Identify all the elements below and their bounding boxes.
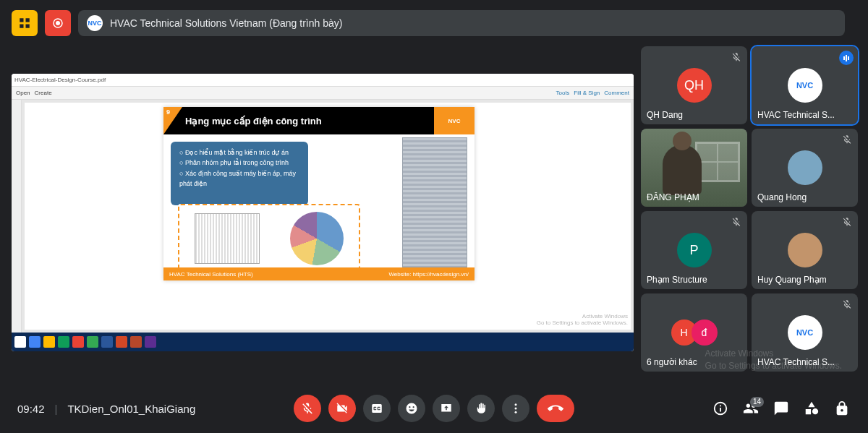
window-title: HVAC-Electrical-Design-Course.pdf — [14, 77, 106, 83]
participant-tile[interactable]: ĐĂNG PHẠM — [641, 129, 747, 207]
presenting-banner[interactable]: NVC HVAC Technical Solutions Vietnam (Đa… — [78, 10, 845, 36]
toolbar-comment: Comment — [604, 90, 629, 96]
participants-grid: QHQH DangNVCHVAC Technical S...ĐĂNG PHẠM… — [641, 46, 858, 379]
muted-icon — [841, 215, 854, 228]
clock: 09:42 — [17, 403, 45, 415]
avatar — [788, 233, 822, 267]
top-bar: NVC HVAC Technical Solutions Vietnam (Đa… — [0, 0, 868, 46]
separator: | — [55, 403, 58, 415]
raise-hand-button[interactable] — [467, 395, 495, 422]
pie-chart-graphic — [290, 212, 344, 265]
participant-tile[interactable]: NVCHVAC Technical S... — [752, 46, 858, 124]
camera-off-icon — [336, 402, 349, 415]
participant-tile[interactable]: Quang Hong — [752, 129, 858, 207]
slide-title: Hạng mục cấp điện công trình — [185, 116, 322, 127]
record-button[interactable] — [45, 10, 71, 36]
people-count-badge: 14 — [750, 397, 764, 407]
muted-icon — [730, 51, 743, 64]
participant-name: 6 người khác — [647, 357, 697, 367]
meeting-code: TKDien_Onl01_KhaiGiang — [67, 403, 195, 415]
shapes-icon — [804, 400, 820, 416]
people-button[interactable]: 14 — [742, 400, 760, 417]
avatar: NVC — [788, 315, 822, 350]
participant-tile[interactable]: PPhạm Structure — [641, 211, 747, 289]
participant-name: Quang Hong — [757, 192, 807, 202]
reactions-button[interactable] — [398, 395, 425, 422]
pdf-sidebar — [12, 100, 22, 333]
mic-off-icon — [301, 402, 314, 415]
chat-icon — [773, 400, 789, 416]
muted-icon — [841, 298, 854, 311]
record-icon — [51, 17, 64, 30]
slide-footer-right: Website: https://hvacdesign.vn/ — [388, 271, 469, 278]
cc-icon — [370, 402, 383, 415]
more-options-button[interactable] — [502, 395, 529, 422]
svg-point-7 — [515, 408, 517, 410]
participant-tile[interactable]: Hđ6 người khác — [641, 293, 747, 372]
leave-call-button[interactable] — [537, 395, 574, 422]
pin-button[interactable] — [12, 10, 38, 36]
participant-name: HVAC Technical S... — [757, 357, 835, 367]
participant-name: QH Dang — [647, 110, 683, 120]
presenter-label: HVAC Technical Solutions Vietnam (Đang t… — [110, 17, 342, 29]
call-end-icon — [548, 400, 563, 416]
participant-tile[interactable]: QHQH Dang — [641, 46, 747, 124]
participant-tile[interactable]: NVCHVAC Technical S... — [752, 293, 858, 372]
avatar — [788, 150, 822, 185]
participant-name: ĐĂNG PHẠM — [647, 192, 699, 202]
toolbar-tools: Tools — [556, 90, 570, 96]
present-icon — [440, 402, 453, 415]
svg-rect-3 — [26, 25, 30, 28]
svg-point-8 — [515, 411, 517, 413]
slide-logo: NVC — [434, 107, 475, 134]
captions-button[interactable] — [363, 395, 391, 422]
slide-diagram — [178, 204, 360, 273]
slide-bullets: Đọc hiểu mặt bằng kiến trúc dự án Phân n… — [171, 142, 308, 205]
participant-name: Huy Quang Phạm — [757, 275, 827, 285]
lock-icon — [834, 400, 850, 416]
slide-footer-left: HVAC Technical Solutions (HTS) — [169, 271, 253, 278]
meeting-info[interactable]: 09:42 | TKDien_Onl01_KhaiGiang — [17, 403, 195, 415]
host-controls-button[interactable] — [833, 400, 851, 417]
participant-name: Phạm Structure — [647, 275, 707, 285]
presenter-avatar: NVC — [87, 15, 103, 31]
shared-screen-content: HVAC-Electrical-Design-Course.pdf Open C… — [12, 74, 634, 351]
toolbar-open: Open — [16, 90, 30, 96]
overflow-avatars: Hđ — [671, 320, 718, 346]
smile-icon — [405, 402, 418, 415]
main-area: HVAC-Electrical-Design-Course.pdf Open C… — [0, 46, 868, 379]
presentation-slide: 9 Hạng mục cấp điện công trình NVC Đọc h… — [163, 107, 475, 280]
activities-button[interactable] — [803, 400, 820, 417]
svg-point-6 — [515, 403, 517, 406]
pdf-canvas: 9 Hạng mục cấp điện công trình NVC Đọc h… — [25, 103, 631, 330]
os-watermark-inner: Activate Windows Go to Settings to activ… — [537, 313, 628, 327]
more-icon — [509, 402, 522, 415]
camera-button[interactable] — [328, 395, 356, 422]
muted-icon — [730, 215, 743, 228]
svg-rect-1 — [26, 18, 30, 22]
chat-button[interactable] — [773, 400, 790, 417]
bullet-3: Xác định công suất máy biến áp, máy phát… — [179, 170, 296, 187]
toolbar-create: Create — [35, 90, 52, 96]
hand-icon — [475, 402, 488, 415]
mic-button[interactable] — [294, 395, 321, 422]
svg-point-5 — [56, 21, 60, 25]
svg-rect-2 — [20, 25, 23, 28]
grid-icon — [18, 17, 31, 30]
meeting-details-button[interactable] — [712, 400, 729, 417]
present-button[interactable] — [433, 395, 460, 422]
avatar: NVC — [788, 68, 822, 103]
info-icon — [712, 400, 728, 416]
toolbar-sign: Fill & Sign — [574, 90, 600, 96]
participant-tile[interactable]: Huy Quang Phạm — [752, 211, 858, 289]
participant-name: HVAC Technical S... — [757, 110, 835, 120]
floor-plan-graphic — [195, 213, 260, 264]
shared-screen-tile[interactable]: HVAC-Electrical-Design-Course.pdf Open C… — [10, 46, 635, 379]
muted-icon — [841, 133, 854, 146]
bullet-2: Phân nhóm phụ tải trong công trình — [179, 159, 289, 166]
building-graphic — [402, 137, 467, 267]
svg-rect-0 — [20, 18, 23, 22]
avatar: QH — [677, 68, 712, 103]
windows-taskbar — [12, 333, 634, 351]
bullet-1: Đọc hiểu mặt bằng kiến trúc dự án — [179, 149, 289, 156]
